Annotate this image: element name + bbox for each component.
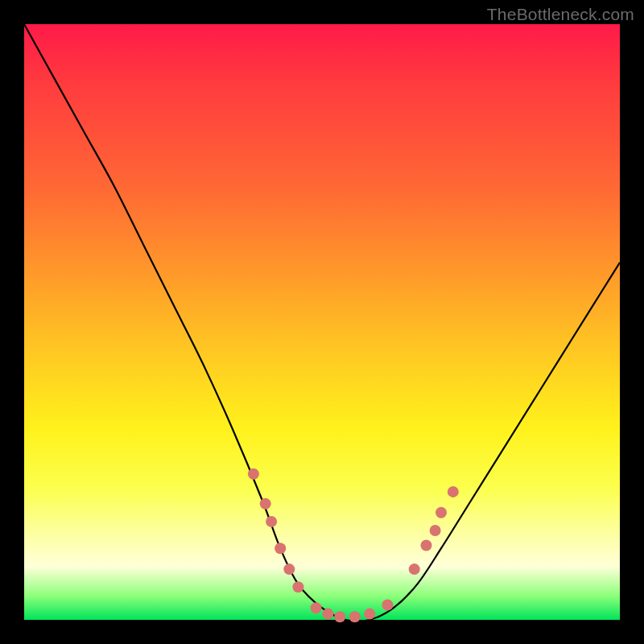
curve-marker <box>382 600 393 611</box>
curve-marker <box>436 507 447 518</box>
watermark-text: TheBottleneck.com <box>487 5 634 24</box>
curve-marker <box>322 609 333 620</box>
curve-marker <box>364 609 375 620</box>
curve-marker <box>311 602 322 613</box>
curve-marker <box>266 516 277 527</box>
chart-svg <box>24 24 620 620</box>
curve-marker <box>292 581 303 592</box>
curve-marker <box>283 564 295 575</box>
curve-marker <box>409 564 420 575</box>
curve-marker <box>448 486 459 497</box>
curve-marker <box>430 525 441 536</box>
chart-plot-area <box>24 24 620 620</box>
curve-markers <box>248 469 459 623</box>
curve-marker <box>248 469 259 480</box>
curve-marker <box>275 543 286 554</box>
curve-marker <box>334 611 345 622</box>
curve-marker <box>260 498 271 510</box>
bottleneck-curve <box>24 24 620 621</box>
chart-frame: TheBottleneck.com <box>0 0 644 644</box>
curve-marker <box>421 540 432 551</box>
curve-marker <box>349 611 361 622</box>
